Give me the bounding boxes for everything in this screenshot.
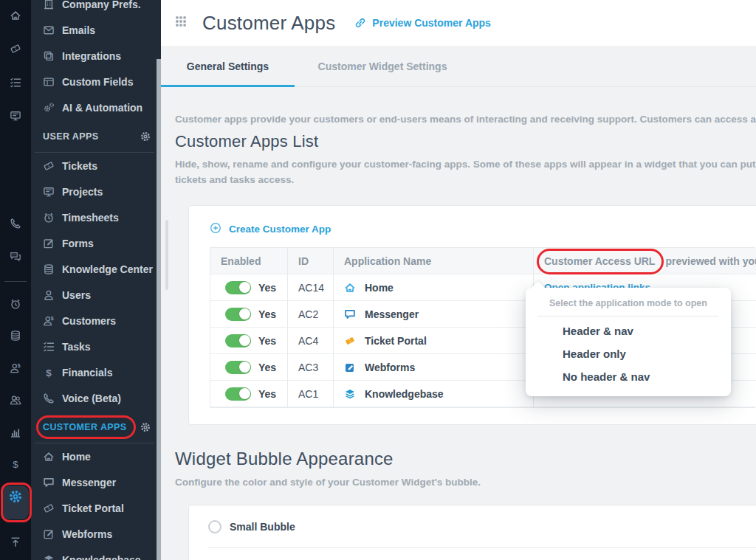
page-header: Customer Apps Preview Customer Apps [161, 0, 756, 46]
sidebar-item[interactable]: USER APPS [31, 120, 161, 153]
gears-icon [43, 102, 55, 114]
rail-item[interactable] [0, 482, 31, 514]
layers-icon [43, 554, 55, 560]
rail-item[interactable] [4, 281, 27, 282]
rail-item[interactable] [0, 385, 31, 418]
sidebar-item[interactable]: Users [31, 282, 161, 308]
column-header-enabled: Enabled [210, 248, 288, 274]
sidebar-item[interactable]: Integrations [31, 43, 161, 69]
sidebar-item-label: Financials [62, 367, 112, 378]
sidebar-item[interactable]: Knowledge Center [31, 256, 161, 282]
home-icon [344, 282, 356, 294]
enabled-toggle[interactable] [225, 281, 251, 294]
enabled-toggle[interactable] [225, 361, 251, 374]
preview-customer-apps-link[interactable]: Preview Customer Apps [354, 17, 491, 30]
app-name: Knowledgebase [365, 388, 444, 400]
sidebar-item[interactable]: Knowledgebase [31, 547, 161, 560]
sidebar-item[interactable]: Voice (Beta) [31, 385, 161, 411]
rail-item[interactable] [4, 520, 27, 521]
copy-icon [43, 50, 55, 62]
dollar-icon: $ [10, 458, 21, 473]
sidebar-item-label: Custom Fields [62, 76, 133, 88]
bubble-icon [43, 477, 55, 488]
sidebar-item[interactable]: Company Prefs. [31, 0, 161, 17]
sidebar-item[interactable]: Messenger [31, 469, 161, 495]
phone-icon [10, 218, 21, 232]
user-icon [43, 289, 55, 301]
user-dollar-icon: $ [43, 315, 55, 327]
enabled-toggle[interactable] [225, 308, 251, 321]
sidebar-item-label: Home [62, 451, 91, 463]
popup-option[interactable]: Header only [526, 342, 731, 365]
popup-option[interactable]: No header & nav [526, 365, 731, 388]
pencil-square-icon [43, 528, 55, 540]
app-id: AC3 [288, 354, 334, 381]
app-name: Webforms [365, 362, 415, 373]
enabled-label: Yes [258, 362, 276, 373]
rail-item[interactable] [0, 289, 31, 322]
rail-item[interactable] [0, 208, 31, 241]
sidebar-item[interactable]: CUSTOMER APPS [31, 411, 161, 443]
content-scrollbar[interactable] [165, 220, 168, 290]
database-icon [10, 330, 21, 345]
sidebar-item[interactable]: Tasks [31, 333, 161, 359]
checklist-icon [10, 77, 21, 91]
svg-text:$: $ [46, 367, 52, 378]
tab[interactable]: Customer Widget Settings [295, 46, 470, 86]
sidebar-item[interactable]: Projects [31, 179, 161, 204]
sidebar-item[interactable]: Emails [31, 17, 161, 43]
app-id: AC1 [288, 381, 334, 407]
rail-item[interactable] [0, 321, 31, 353]
bubble-option[interactable]: Big Bubble [208, 547, 756, 560]
popup-option[interactable]: Header & nav [526, 319, 731, 342]
sidebar-item-label: Forms [62, 238, 94, 249]
rail-item[interactable] [0, 100, 31, 134]
rail-item[interactable] [0, 67, 31, 100]
popup-divider [537, 316, 719, 317]
tab[interactable]: General Settings [161, 46, 295, 86]
pencil-square-solid-icon [344, 362, 356, 373]
radio-button[interactable] [208, 520, 221, 533]
app-name: Messenger [365, 308, 419, 320]
sidebar-item[interactable]: Webforms [31, 521, 161, 547]
sidebar-item[interactable]: Forms [31, 230, 161, 256]
app-id: AC2 [288, 301, 334, 328]
sidebar-item[interactable]: Custom Fields [31, 69, 161, 94]
gear-icon[interactable] [140, 131, 151, 142]
rail-item[interactable]: $ [0, 449, 31, 482]
sidebar-scrollbar[interactable] [157, 59, 161, 560]
sidebar-item[interactable]: $Customers [31, 308, 161, 333]
svg-text:$: $ [18, 362, 21, 368]
sidebar-item[interactable]: Ticket Portal [31, 495, 161, 521]
widget-bubble-title: Widget Bubble Appearance [175, 449, 756, 469]
rail-item[interactable] [0, 0, 31, 33]
enabled-toggle[interactable] [225, 387, 251, 401]
table-icon [43, 76, 55, 88]
sidebar-item-label: Ticket Portal [62, 502, 124, 514]
sidebar-item-label: Projects [62, 186, 103, 198]
intro-text: Customer apps provide your customers or … [175, 114, 756, 125]
sidebar-item[interactable]: AI & Automation [31, 94, 161, 120]
rail-item[interactable] [0, 241, 31, 274]
sidebar-item-label: Tickets [62, 160, 97, 172]
rail-item[interactable] [0, 528, 31, 560]
sidebar-item[interactable]: $Financials [31, 359, 161, 385]
rail-item[interactable] [0, 418, 31, 450]
customer-access-url-label-annotated: Customer Access URL [544, 255, 655, 267]
sidebar-item[interactable]: Timesheets [31, 204, 161, 230]
sidebar-item[interactable]: Tickets [31, 153, 161, 179]
column-header-id: ID [288, 248, 334, 274]
rail-item[interactable]: $ [0, 353, 31, 386]
gear-icon[interactable] [140, 421, 151, 433]
column-header-customer-access-url: Customer Access URL previewed with your … [534, 248, 756, 274]
sidebar-item-label: Knowledge Center [62, 263, 153, 275]
arrow-up-icon [10, 536, 21, 551]
sidebar-item[interactable]: Home [31, 443, 161, 469]
customer-apps-list-title: Customer Apps List [175, 132, 756, 151]
enabled-toggle[interactable] [225, 334, 251, 348]
rail-item[interactable] [0, 33, 31, 66]
create-customer-app-button[interactable]: Create Customer App [210, 222, 331, 235]
bubble-options-card: Small BubbleBig Bubble [188, 505, 756, 560]
enabled-label: Yes [258, 282, 276, 294]
bubble-option[interactable]: Small Bubble [208, 505, 756, 547]
